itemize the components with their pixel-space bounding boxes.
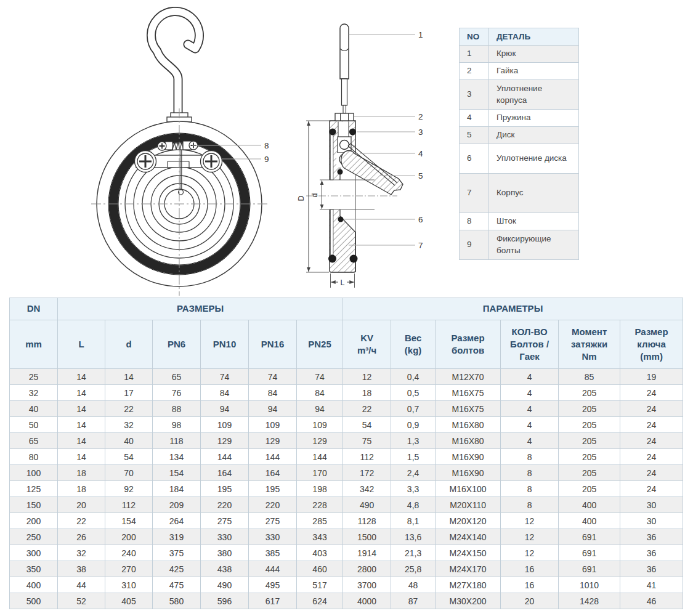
dim-label-d: d <box>310 193 319 197</box>
part-name: Фиксирующие болты <box>489 230 579 260</box>
spec-row: 40142288949494220,7M16X75420524 <box>10 401 683 417</box>
spec-cell: 4 <box>501 417 559 433</box>
spec-cell: 84 <box>297 385 343 401</box>
spec-cell: 14 <box>58 449 105 465</box>
spec-cell: 170 <box>297 465 343 481</box>
spec-cell: 3700 <box>343 577 391 593</box>
spec-cell: 38 <box>58 561 105 577</box>
spec-cell: 1500 <box>343 529 391 545</box>
spec-cell: 100 <box>10 465 58 481</box>
spec-cell: 624 <box>297 593 343 609</box>
spec-cell: 285 <box>297 513 343 529</box>
spec-cell: 12 <box>501 529 559 545</box>
part-number: 4 <box>460 110 489 127</box>
column-header: КОЛ-ВО Болтов / Гаек <box>501 320 559 369</box>
spec-cell: 16 <box>501 561 559 577</box>
spec-cell: 375 <box>153 545 201 561</box>
spec-cell: 12 <box>343 369 391 385</box>
spec-cell: 691 <box>559 561 620 577</box>
seat-ring-lower <box>331 209 334 255</box>
spec-cell: 205 <box>559 465 620 481</box>
spec-cell: M16X75 <box>436 401 501 417</box>
group-header-dn: DN <box>10 298 58 320</box>
spec-cell: 40 <box>105 433 153 449</box>
part-number: 8 <box>460 213 489 230</box>
spec-cell: 438 <box>201 561 249 577</box>
stem-channel <box>338 122 349 137</box>
spec-cell: 12 <box>501 545 559 561</box>
spec-cell: 36 <box>620 545 683 561</box>
valve-technical-drawing: 8 9 <box>0 0 459 296</box>
spec-cell: 500 <box>10 593 58 609</box>
spec-cell: 118 <box>153 433 201 449</box>
callout-4: 4 <box>418 149 423 158</box>
spec-cell: 200 <box>10 513 58 529</box>
spec-cell: 205 <box>559 417 620 433</box>
dimension-L: L <box>331 274 355 288</box>
spec-cell: 205 <box>559 385 620 401</box>
column-header: Размер болтов <box>436 320 501 369</box>
spec-cell: 1010 <box>559 577 620 593</box>
spec-cell: 2,4 <box>391 465 436 481</box>
part-name: Гайка <box>489 63 579 80</box>
spec-cell: 24 <box>620 433 683 449</box>
part-number: 7 <box>460 174 489 213</box>
dim-label-D: D <box>297 195 306 201</box>
spec-cell: 1128 <box>343 513 391 529</box>
parts-header-row: NO ДЕТАЛЬ <box>460 28 579 46</box>
callout-6: 6 <box>418 215 423 224</box>
part-name: Диск <box>489 127 579 144</box>
spec-row: 651440118129129129751,3M16X80420524 <box>10 433 683 449</box>
spec-cell: 580 <box>153 593 201 609</box>
spec-cell: 8,1 <box>391 513 436 529</box>
spec-cell: 144 <box>297 449 343 465</box>
spec-cell: 205 <box>559 481 620 497</box>
spec-cell: 24 <box>620 385 683 401</box>
spec-cell: 270 <box>105 561 153 577</box>
spec-cell: 4,8 <box>391 497 436 513</box>
spec-cell: 125 <box>10 481 58 497</box>
spec-cell: 400 <box>559 513 620 529</box>
spec-cell: 330 <box>201 529 249 545</box>
spec-cell: 109 <box>249 417 297 433</box>
spec-table-body: 25141465747474120,4M12X70485193214177684… <box>10 369 683 609</box>
callout-9: 9 <box>264 155 269 164</box>
part-name: Шток <box>489 213 579 230</box>
parts-table-body: 1Крюк2Гайка3Уплотнение корпуса4Пружина5Д… <box>460 46 579 260</box>
spec-cell: 112 <box>105 497 153 513</box>
spec-cell: 92 <box>105 481 153 497</box>
part-number: 2 <box>460 63 489 80</box>
disc-seal-upper <box>338 169 343 175</box>
parts-header-detail: ДЕТАЛЬ <box>489 28 579 46</box>
parts-row: 4Пружина <box>460 110 579 127</box>
fixing-screw-right <box>201 151 222 172</box>
spec-cell: 200 <box>105 529 153 545</box>
spec-cell: 44 <box>58 577 105 593</box>
spec-cell: 70 <box>105 465 153 481</box>
spec-cell: 691 <box>559 529 620 545</box>
spec-row: 50052405580596617624400087M30X2002014284… <box>10 593 683 609</box>
column-header: L <box>58 320 105 369</box>
spec-cell: 343 <box>297 529 343 545</box>
spec-cell: 342 <box>343 481 391 497</box>
spec-cell: 14 <box>58 433 105 449</box>
spec-cell: 400 <box>10 577 58 593</box>
spec-cell: 184 <box>153 481 201 497</box>
spec-cell: 12 <box>501 513 559 529</box>
spec-cell: M16X90 <box>436 465 501 481</box>
spec-cell: 76 <box>153 385 201 401</box>
group-header-params: ПАРАМЕТРЫ <box>343 298 683 320</box>
spec-cell: 195 <box>249 481 297 497</box>
column-header: mm <box>10 320 58 369</box>
part-name: Пружина <box>489 110 579 127</box>
spec-cell: 8 <box>501 497 559 513</box>
spec-row: 25141465747474120,4M12X7048519 <box>10 369 683 385</box>
parts-row: 6Уплотнение диска <box>460 144 579 174</box>
spec-cell: 310 <box>105 577 153 593</box>
part-name: Крюк <box>489 46 579 63</box>
column-header: PN10 <box>201 320 249 369</box>
spec-cell: M30X200 <box>436 593 501 609</box>
column-header: Момент затяжки Nm <box>559 320 620 369</box>
group-header-row: DN РАЗМЕРЫ ПАРАМЕТРЫ <box>10 298 683 320</box>
spec-cell: 1914 <box>343 545 391 561</box>
